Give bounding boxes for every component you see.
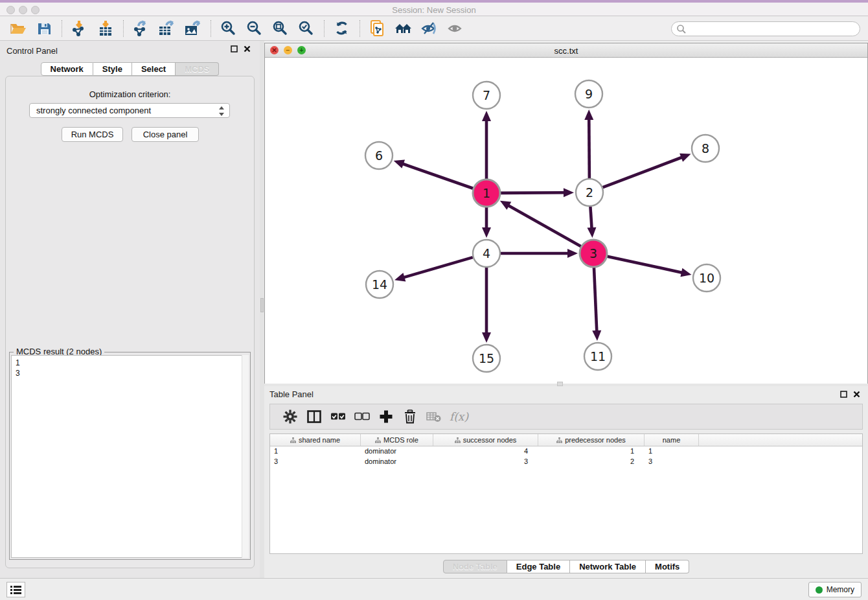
eye-slash-icon[interactable] [417,18,442,39]
network-export-icon[interactable] [128,18,154,39]
close-panel-button[interactable]: Close panel [131,127,199,142]
table-import-icon[interactable] [93,18,119,39]
column-header-predecessor-nodes[interactable]: predecessor nodes [538,434,645,446]
table-export-icon[interactable] [154,18,180,39]
graph-node-9[interactable]: 9 [575,80,602,108]
table-row[interactable]: 1dominator411 [270,446,862,457]
open-folder-icon[interactable] [5,18,31,39]
tab-style[interactable]: Style [93,62,132,76]
tab-node-table[interactable]: Node Table [443,560,507,573]
table-cell[interactable]: 1 [645,446,699,457]
network-window-titlebar[interactable]: ✕ − + scc.txt [265,43,867,58]
task-history-button[interactable] [6,582,25,597]
save-icon[interactable] [31,18,57,39]
tab-motifs[interactable]: Motifs [646,560,689,573]
result-scrollbar[interactable] [242,355,249,558]
zoom-out-icon[interactable] [242,18,268,39]
table-cell[interactable]: 3 [270,457,361,467]
houses-icon[interactable] [391,18,417,39]
list-icon [10,585,21,594]
tab-edge-table[interactable]: Edge Table [507,560,570,573]
graph-node-1[interactable]: 1 [473,179,500,207]
splitter-grip[interactable] [260,298,264,312]
graph-node-10[interactable]: 10 [693,264,720,292]
checked-boxes-icon[interactable] [326,406,350,427]
table-cell[interactable]: 3 [645,457,699,467]
graph-node-3[interactable]: 3 [580,240,607,267]
unchecked-boxes-icon[interactable] [350,406,374,427]
zoom-selected-icon[interactable] [293,18,319,39]
splitter-grip[interactable] [557,382,563,386]
zoom-fit-icon[interactable] [268,18,293,39]
graph-node-2[interactable]: 2 [576,179,603,206]
column-header-shared-name[interactable]: shared name [270,434,361,446]
graph-edge-1-4[interactable] [482,207,491,238]
graph-edge-3-1[interactable] [500,201,581,246]
tab-network[interactable]: Network [41,62,93,76]
tab-select[interactable]: Select [132,62,176,76]
svg-text:2: 2 [586,185,593,200]
hierarchy-icon [455,437,461,443]
graph-edge-4-14[interactable] [394,257,473,281]
graph-edge-4-3[interactable] [501,249,578,258]
function-icon[interactable]: f(x) [446,406,470,427]
float-panel-icon[interactable] [840,391,847,398]
network-import-icon[interactable] [67,18,93,39]
column-header-MCDS-role[interactable]: MCDS role [361,434,433,446]
run-mcds-button[interactable]: Run MCDS [62,127,123,142]
graph-node-15[interactable]: 15 [473,345,500,372]
zoom-in-icon[interactable] [216,18,242,39]
vertical-splitter[interactable] [260,41,264,578]
float-panel-icon[interactable] [231,45,238,52]
tab-mcds[interactable]: MCDS [176,62,219,76]
network-graph[interactable]: 1234678910111415 [265,58,867,384]
graph-edge-2-8[interactable] [603,154,691,188]
table-cell[interactable]: 1 [270,446,361,457]
tab-network-table[interactable]: Network Table [570,560,646,573]
eye-icon[interactable] [442,18,468,39]
refresh-icon[interactable] [329,18,355,39]
document-network-icon[interactable] [365,18,391,39]
control-panel-window-buttons [231,45,251,52]
graph-edge-1-7[interactable] [482,111,491,179]
column-header-name[interactable]: name [645,434,699,446]
close-panel-icon[interactable] [244,45,251,52]
table-cell[interactable]: 4 [433,446,538,457]
table-header-row: shared nameMCDS rolesuccessor nodesprede… [270,434,862,446]
memory-button[interactable]: Memory [808,582,862,597]
table-cell[interactable]: dominator [361,457,433,467]
table-cell[interactable]: 3 [433,457,538,467]
graph-node-7[interactable]: 7 [473,82,500,109]
table-toolbar: f(x) [269,404,863,430]
status-bar: Memory [0,578,868,600]
graph-node-11[interactable]: 11 [584,343,611,370]
gear-icon[interactable] [278,406,302,427]
network-window: ✕ − + scc.txt 1234678910111415 [264,43,868,384]
node-table[interactable]: shared nameMCDS rolesuccessor nodesprede… [269,433,863,554]
table-cell[interactable]: 1 [538,446,645,457]
trash-icon[interactable] [398,406,422,427]
image-export-icon[interactable] [180,18,206,39]
graph-edge-3-11[interactable] [592,268,601,341]
optimization-criterion-select[interactable]: strongly connected component [29,103,230,118]
delete-table-icon[interactable] [422,406,446,427]
graph-edge-4-15[interactable] [482,268,491,343]
table-panel-title: Table Panel [269,389,314,399]
graph-node-6[interactable]: 6 [365,142,393,169]
plus-icon[interactable] [374,406,398,427]
graph-edge-3-10[interactable] [607,257,691,277]
close-panel-icon[interactable] [853,391,860,398]
search-input[interactable] [671,21,860,36]
graph-node-14[interactable]: 14 [366,271,393,298]
table-cell[interactable]: dominator [361,446,433,457]
graph-edge-2-9[interactable] [584,110,593,178]
graph-node-4[interactable]: 4 [473,240,500,267]
split-columns-icon[interactable] [302,406,326,427]
graph-edge-1-6[interactable] [394,160,474,189]
graph-node-8[interactable]: 8 [692,135,719,162]
graph-edge-1-2[interactable] [501,188,574,197]
column-header-successor-nodes[interactable]: successor nodes [433,434,538,446]
table-row[interactable]: 3dominator323 [270,457,862,467]
table-cell[interactable]: 2 [538,457,645,467]
graph-edge-2-3[interactable] [587,207,596,238]
